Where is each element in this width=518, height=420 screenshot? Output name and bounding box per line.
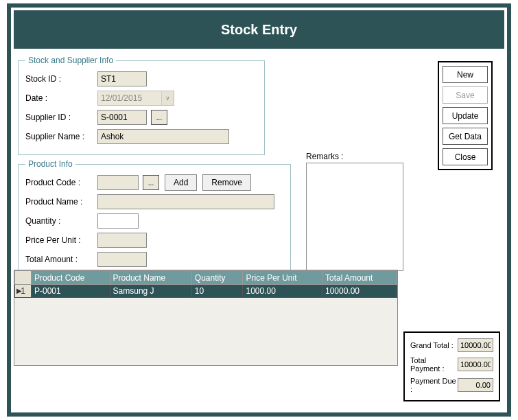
supplier-name-label: Supplier Name : [25,132,97,141]
total-amount-input[interactable] [97,252,147,267]
remove-button[interactable]: Remove [202,174,251,191]
title-bar: Stock Entry [14,10,504,49]
window-frame: Stock Entry Stock and Supplier Info Stoc… [7,3,511,417]
stock-supplier-legend: Stock and Supplier Info [25,56,116,65]
product-grid[interactable]: Product Code Product Name Quantity Price… [14,270,398,366]
table-row[interactable]: ▶1 P-0001 Samsung J 10 1000.00 10000.00 [15,285,397,298]
date-value: 12/01/2015 [98,93,161,103]
cell-total-amount[interactable]: 10000.00 [322,285,397,298]
page-title: Stock Entry [221,22,297,38]
chevron-down-icon[interactable]: ∨ [161,91,174,105]
get-data-button[interactable]: Get Data [443,128,488,145]
product-code-input[interactable] [97,175,139,190]
price-per-unit-label: Price Per Unit : [25,235,97,245]
product-browse-button[interactable]: ... [143,175,159,190]
remarks-input[interactable] [306,163,403,271]
supplier-id-input[interactable] [97,110,147,125]
grand-total-input[interactable] [458,338,493,352]
grid-header-quantity[interactable]: Quantity [191,271,243,285]
date-picker[interactable]: 12/01/2015 ∨ [97,91,174,106]
save-button[interactable]: Save [443,86,488,104]
cell-product-code[interactable]: P-0001 [32,285,110,298]
side-button-panel: New Save Update Get Data Close [438,61,493,170]
cell-product-name[interactable]: Samsung J [110,285,191,298]
price-per-unit-input[interactable] [97,233,147,248]
stock-id-label: Stock ID : [25,74,97,84]
product-name-input[interactable] [97,194,274,209]
total-payment-label: Total Payment : [410,356,458,373]
add-button[interactable]: Add [165,174,197,191]
grand-total-label: Grand Total : [410,341,458,349]
quantity-label: Quantity : [25,216,97,226]
grid-header-product-name[interactable]: Product Name [110,271,191,285]
supplier-browse-button[interactable]: ... [151,110,167,125]
grid-header-selector [15,271,32,285]
total-amount-label: Total Amount : [25,255,97,264]
total-payment-input[interactable] [458,358,493,371]
quantity-input[interactable] [97,213,139,229]
cell-price-per-unit[interactable]: 1000.00 [243,285,322,298]
stock-supplier-group: Stock and Supplier Info Stock ID : Date … [18,56,265,155]
remarks-group: Remarks : [306,152,403,273]
grid-header-price-per-unit[interactable]: Price Per Unit [243,271,322,285]
product-name-label: Product Name : [25,197,97,207]
payment-due-label: Payment Due : [410,377,458,393]
supplier-id-label: Supplier ID : [25,113,97,122]
new-button[interactable]: New [443,66,488,83]
row-indicator: ▶1 [15,285,32,298]
grid-header-total-amount[interactable]: Total Amount [322,271,397,285]
grid-header-row: Product Code Product Name Quantity Price… [15,271,397,285]
cell-quantity[interactable]: 10 [191,285,243,298]
stock-id-input[interactable] [97,71,147,86]
remarks-label: Remarks : [306,152,403,161]
totals-panel: Grand Total : Total Payment : Payment Du… [403,331,500,401]
close-button[interactable]: Close [443,148,488,165]
payment-due-input[interactable] [458,378,493,392]
product-code-label: Product Code : [25,178,97,187]
product-info-group: Product Info Product Code : ... Add Remo… [18,159,291,278]
content-area: Stock and Supplier Info Stock ID : Date … [11,51,507,415]
current-row-icon: ▶ [16,287,22,294]
supplier-name-input[interactable] [97,129,229,144]
date-label: Date : [25,93,97,103]
grid-header-product-code[interactable]: Product Code [32,271,110,285]
product-info-legend: Product Info [25,159,75,169]
update-button[interactable]: Update [443,107,488,124]
